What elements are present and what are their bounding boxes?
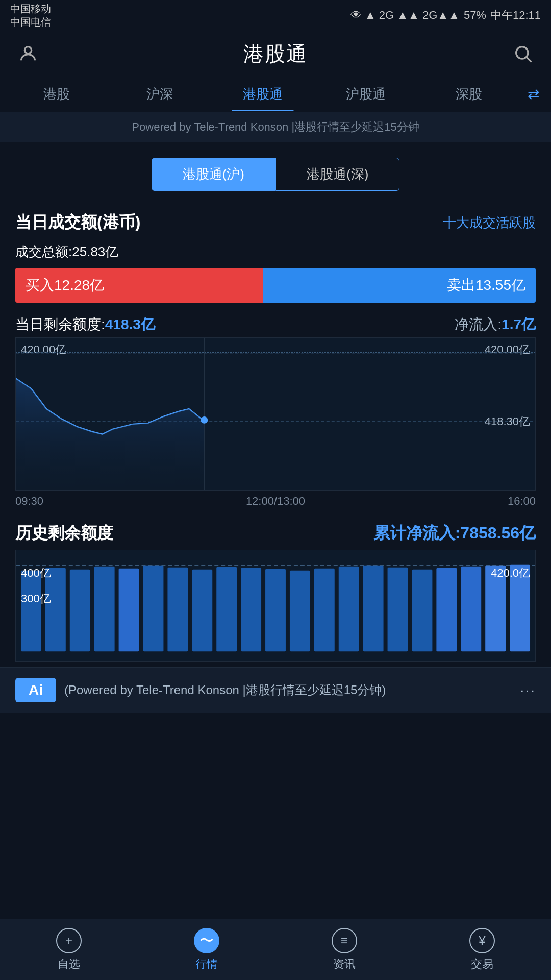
svg-rect-19: [290, 571, 310, 652]
watchlist-label: 自选: [58, 957, 80, 972]
sub-tab-shanghai[interactable]: 港股通(沪): [152, 158, 276, 191]
battery-level: 57%: [464, 9, 486, 22]
signal-icons: 👁 ▲ 2G ▲▲ 2G▲▲: [350, 9, 460, 22]
bar-label-400: 400亿: [21, 566, 51, 581]
svg-rect-26: [461, 567, 481, 651]
tab-hu-shen[interactable]: 沪深: [108, 77, 211, 111]
chart-top-left-label: 420.00亿: [21, 342, 66, 357]
bar-label-420: 420.0亿: [491, 566, 530, 581]
tab-hk-connect[interactable]: 港股通: [211, 77, 314, 111]
svg-rect-12: [119, 569, 139, 652]
quota-net-inflow: 净流入:1.7亿: [455, 315, 536, 334]
notice-text: (Powered by Tele-Trend Konson |港股行情至少延迟1…: [64, 681, 386, 699]
sub-tab-group: 港股通(沪) 港股通(深): [0, 142, 551, 201]
trade-label: 交易: [471, 957, 493, 972]
svg-rect-15: [192, 570, 212, 652]
svg-rect-22: [363, 566, 384, 651]
svg-point-6: [201, 416, 208, 424]
chart-time-labels: 09:30 12:00/13:00 16:00: [0, 491, 551, 512]
svg-rect-21: [339, 567, 359, 651]
daily-section-header: 当日成交额(港币) 十大成交活跃股: [0, 201, 551, 239]
quota-header: 当日剩余额度:418.3亿 净流入:1.7亿: [0, 303, 551, 337]
svg-rect-23: [388, 568, 408, 651]
bottom-notice-bar: Ai (Powered by Tele-Trend Konson |港股行情至少…: [0, 667, 551, 713]
bottom-nav-watchlist[interactable]: + 自选: [0, 919, 138, 980]
svg-rect-18: [265, 569, 286, 652]
current-time: 中午12:11: [490, 8, 541, 23]
status-bar: 中国移动 中国电信 👁 ▲ 2G ▲▲ 2G▲▲ 57% 中午12:11: [0, 0, 551, 31]
page-title: 港股通: [243, 40, 308, 68]
chart-time-mid: 12:00/13:00: [246, 495, 305, 508]
historical-section-header: 历史剩余额度 累计净流入:7858.56亿: [0, 512, 551, 550]
svg-rect-17: [241, 568, 261, 652]
svg-rect-13: [143, 566, 164, 651]
tab-sz[interactable]: 深股: [417, 77, 520, 111]
trade-icon: ¥: [469, 928, 495, 953]
historical-bar-chart: 400亿 300亿 420.0亿: [15, 550, 536, 662]
trade-bar: 买入12.28亿 卖出13.55亿: [15, 268, 536, 303]
chart-dashed-line-top: [16, 352, 535, 353]
chart-top-right-label: 420.00亿: [485, 342, 530, 357]
svg-rect-10: [70, 570, 90, 652]
buy-bar: 买入12.28亿: [15, 268, 263, 303]
user-icon[interactable]: [15, 41, 41, 66]
hist-title: 历史剩余额度: [15, 522, 113, 545]
top-active-stocks-link[interactable]: 十大成交活跃股: [443, 214, 536, 232]
bottom-navigation: + 自选 〜 行情 ≡ 资讯 ¥ 交易: [0, 919, 551, 980]
svg-rect-16: [216, 567, 237, 651]
hist-net-inflow: 累计净流入:7858.56亿: [373, 522, 536, 545]
bottom-nav-trade[interactable]: ¥ 交易: [413, 919, 551, 980]
tab-hk-stocks[interactable]: 港股: [5, 77, 108, 111]
carrier-info: 中国移动 中国电信: [10, 2, 51, 29]
quota-remain-label: 当日剩余额度:418.3亿: [15, 315, 155, 334]
svg-rect-20: [314, 569, 335, 652]
news-icon: ≡: [332, 928, 357, 953]
total-amount-row: 成交总额:25.83亿: [0, 239, 551, 268]
powered-by-banner: Powered by Tele-Trend Konson |港股行情至少延迟15…: [0, 112, 551, 142]
svg-line-2: [527, 58, 532, 62]
app-header: 港股通: [0, 31, 551, 77]
svg-rect-25: [436, 568, 457, 652]
notice-left: Ai (Powered by Tele-Trend Konson |港股行情至少…: [15, 678, 386, 702]
svg-rect-14: [167, 568, 188, 651]
svg-rect-24: [412, 570, 432, 652]
bottom-nav-market[interactable]: 〜 行情: [138, 919, 276, 980]
svg-rect-11: [94, 567, 115, 651]
quota-line-chart: 420.00亿 420.00亿 418.30亿: [15, 337, 536, 491]
market-label: 行情: [195, 957, 218, 972]
notice-more-dots[interactable]: ···: [520, 681, 536, 699]
ai-badge: Ai: [15, 678, 56, 702]
svg-rect-8: [21, 571, 41, 652]
tab-sh-connect[interactable]: 沪股通: [314, 77, 417, 111]
svg-point-1: [516, 47, 528, 59]
chart-mid-right-label: 418.30亿: [485, 414, 530, 429]
daily-title: 当日成交额(港币): [15, 211, 140, 234]
bar-label-300: 300亿: [21, 591, 51, 606]
sub-tab-shenzhen[interactable]: 港股通(深): [276, 158, 399, 191]
svg-point-0: [24, 47, 31, 54]
status-right: 👁 ▲ 2G ▲▲ 2G▲▲ 57% 中午12:11: [350, 8, 541, 23]
market-icon: 〜: [194, 928, 219, 953]
chart-time-start: 09:30: [15, 495, 43, 508]
sell-bar: 卖出13.55亿: [263, 268, 536, 303]
main-nav-tabs: 港股 沪深 港股通 沪股通 深股 ⇄: [0, 77, 551, 112]
chart-time-end: 16:00: [508, 495, 536, 508]
line-chart-svg: [16, 338, 535, 490]
total-label: 成交总额:: [15, 244, 72, 259]
bar-chart-svg: [16, 550, 535, 662]
bottom-nav-news[interactable]: ≡ 资讯: [276, 919, 413, 980]
watchlist-icon: +: [56, 928, 82, 953]
search-icon[interactable]: [510, 41, 536, 66]
news-label: 资讯: [333, 957, 356, 972]
total-amount-value: 25.83亿: [72, 244, 118, 259]
nav-more-arrow[interactable]: ⇄: [520, 86, 546, 103]
